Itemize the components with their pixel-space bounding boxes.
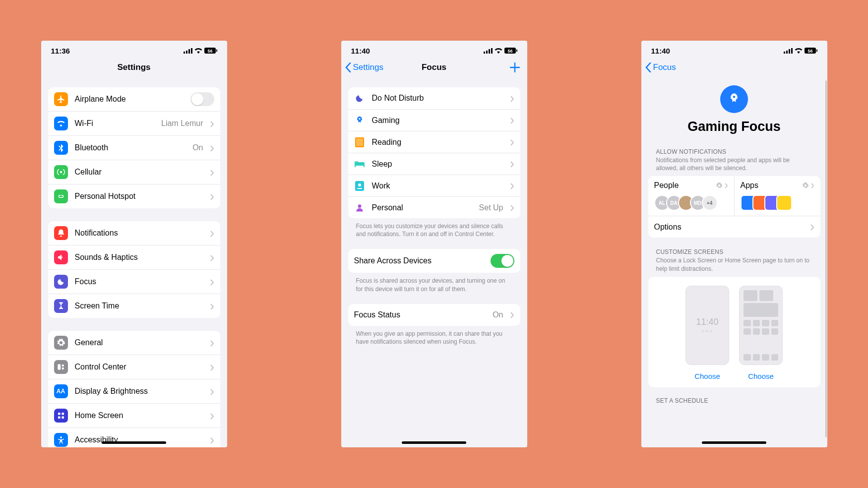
content: Gaming Focus ALLOW NOTIFICATIONS Notific… bbox=[641, 78, 827, 447]
focus-modes-footer: Focus lets you customize your devices an… bbox=[348, 222, 520, 238]
row-bluetooth[interactable]: Bluetooth On bbox=[48, 135, 220, 160]
row-label: Work bbox=[372, 182, 503, 190]
choose-home-button[interactable]: Choose bbox=[739, 372, 783, 380]
back-button[interactable]: Focus bbox=[645, 57, 676, 78]
row-label: General bbox=[75, 338, 203, 347]
row-cellular[interactable]: Cellular bbox=[48, 160, 220, 184]
share-toggle[interactable] bbox=[491, 254, 514, 268]
settings-screen: 11:36 56 Settings Airplane Mode Wi-Fi bbox=[41, 41, 227, 447]
row-accessibility[interactable]: Accessibility bbox=[48, 427, 220, 447]
svg-rect-1 bbox=[186, 51, 187, 54]
row-personal-hotspot[interactable]: Personal Hotspot bbox=[48, 184, 220, 208]
home-screen-preview[interactable] bbox=[739, 286, 783, 365]
row-work[interactable]: Work bbox=[348, 175, 520, 196]
svg-rect-7 bbox=[58, 364, 61, 370]
group-customize-screens: 11:40 ○○○ bbox=[648, 277, 820, 387]
svg-rect-17 bbox=[484, 52, 485, 54]
row-value: Liam Lemur bbox=[161, 119, 203, 128]
svg-rect-13 bbox=[62, 417, 64, 419]
row-label: Personal Hotspot bbox=[75, 192, 203, 201]
chevron-right-icon bbox=[210, 413, 214, 419]
row-label: Gaming bbox=[372, 116, 503, 125]
wifi-icon bbox=[795, 48, 803, 54]
group-share: Share Across Devices bbox=[348, 249, 520, 273]
back-button[interactable]: Settings bbox=[345, 57, 383, 78]
gaming-focus-screen: 11:40 56 Focus Gaming Focus ALLOW NOTIFI… bbox=[641, 41, 827, 447]
row-value: On bbox=[192, 143, 203, 152]
row-options[interactable]: Options bbox=[648, 216, 820, 238]
row-general[interactable]: General bbox=[48, 331, 220, 355]
chevron-left-icon bbox=[345, 62, 351, 72]
row-focus[interactable]: Focus bbox=[48, 269, 220, 294]
row-airplane-mode[interactable]: Airplane Mode bbox=[48, 87, 220, 111]
add-focus-button[interactable] bbox=[509, 57, 520, 78]
moon-icon bbox=[354, 93, 365, 104]
row-label: Screen Time bbox=[75, 302, 203, 310]
svg-rect-28 bbox=[357, 188, 362, 189]
row-control-center[interactable]: Control Center bbox=[48, 355, 220, 379]
airplane-toggle[interactable] bbox=[190, 92, 214, 106]
battery-icon: 56 bbox=[504, 48, 517, 54]
people-cell[interactable]: People AL DA MD +4 bbox=[648, 176, 734, 216]
status-bar: 11:40 56 bbox=[341, 41, 527, 54]
chevron-right-icon bbox=[510, 95, 514, 102]
row-gaming[interactable]: Gaming bbox=[348, 109, 520, 131]
controlcenter-icon bbox=[54, 360, 68, 374]
notifications-icon bbox=[54, 226, 68, 240]
home-indicator[interactable] bbox=[402, 441, 466, 444]
row-focus-status[interactable]: Focus Status On bbox=[348, 304, 520, 326]
row-label: Sleep bbox=[372, 160, 503, 169]
cellular-icon bbox=[784, 48, 793, 54]
home-indicator[interactable] bbox=[102, 441, 166, 444]
choose-lock-button[interactable]: Choose bbox=[685, 372, 729, 380]
row-reading[interactable]: Reading bbox=[348, 131, 520, 153]
svg-rect-5 bbox=[216, 50, 217, 52]
group-status: Focus Status On bbox=[348, 304, 520, 326]
row-notifications[interactable]: Notifications bbox=[48, 221, 220, 245]
customize-screens-header: CUSTOMIZE SCREENS bbox=[648, 248, 820, 256]
row-sleep[interactable]: Sleep bbox=[348, 153, 520, 175]
lock-dots: ○○○ bbox=[701, 328, 713, 334]
lock-screen-preview[interactable]: 11:40 ○○○ bbox=[685, 286, 729, 365]
chevron-right-icon bbox=[210, 230, 214, 237]
svg-rect-19 bbox=[489, 49, 490, 54]
status-footer: When you give an app permission, it can … bbox=[348, 330, 520, 346]
row-do-not-disturb[interactable]: Do Not Disturb bbox=[348, 87, 520, 109]
svg-point-9 bbox=[62, 367, 64, 370]
home-indicator[interactable] bbox=[702, 441, 766, 444]
bed-icon bbox=[354, 159, 365, 170]
book-icon bbox=[354, 137, 365, 148]
page-title: Focus bbox=[422, 62, 446, 72]
nav-bar: Focus bbox=[641, 57, 827, 78]
group-allow: People AL DA MD +4 bbox=[648, 176, 820, 238]
gear-icon bbox=[716, 182, 723, 189]
row-display-brightness[interactable]: AA Display & Brightness bbox=[48, 379, 220, 403]
row-share-across-devices[interactable]: Share Across Devices bbox=[348, 249, 520, 273]
apps-cell[interactable]: Apps bbox=[734, 176, 820, 216]
svg-rect-11 bbox=[62, 413, 64, 415]
scroll-indicator[interactable] bbox=[825, 80, 827, 437]
allow-notifications-header: ALLOW NOTIFICATIONS bbox=[648, 148, 820, 156]
row-personal[interactable]: Personal Set Up bbox=[348, 196, 520, 218]
row-value: On bbox=[493, 310, 503, 319]
row-home-screen[interactable]: Home Screen bbox=[48, 403, 220, 427]
chevron-right-icon bbox=[510, 139, 514, 145]
cell-title: People bbox=[654, 181, 679, 190]
status-bar: 11:40 56 bbox=[641, 41, 827, 54]
group-focus-modes: Do Not Disturb Gaming Reading Sleep Work bbox=[348, 87, 520, 218]
row-screen-time[interactable]: Screen Time bbox=[48, 294, 220, 318]
wifi-icon bbox=[194, 48, 202, 54]
allow-notifications-sub: Notifications from selected people and a… bbox=[648, 156, 820, 176]
svg-rect-31 bbox=[786, 51, 788, 54]
group-general: General Control Center AA Display & Brig… bbox=[48, 331, 220, 447]
chevron-right-icon bbox=[510, 117, 514, 123]
status-icons: 56 bbox=[484, 48, 517, 54]
row-label: Control Center bbox=[75, 363, 203, 371]
share-footer: Focus is shared across your devices, and… bbox=[348, 277, 520, 293]
row-wifi[interactable]: Wi-Fi Liam Lemur bbox=[48, 111, 220, 135]
row-label: Cellular bbox=[75, 168, 203, 177]
row-sounds-haptics[interactable]: Sounds & Haptics bbox=[48, 245, 220, 269]
svg-rect-32 bbox=[789, 49, 790, 54]
row-label: Focus bbox=[75, 277, 203, 286]
plus-icon bbox=[509, 62, 520, 73]
